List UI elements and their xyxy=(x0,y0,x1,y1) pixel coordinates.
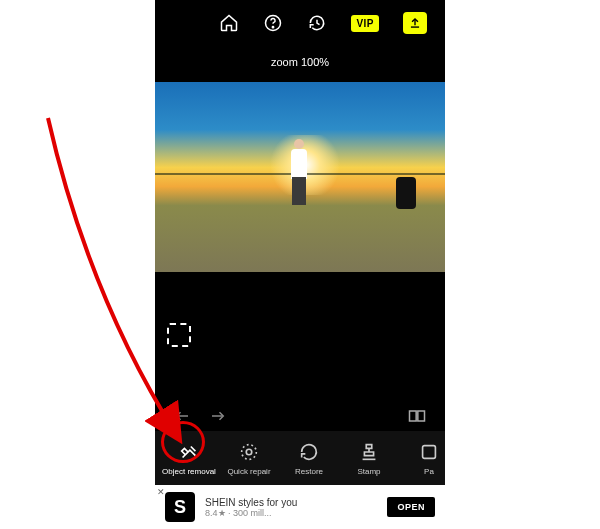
ad-banner[interactable]: ✕ S SHEIN styles for you 8.4★ · 300 mill… xyxy=(155,485,445,529)
history-bar xyxy=(155,401,445,431)
compare-icon[interactable] xyxy=(407,406,427,426)
export-button[interactable] xyxy=(403,12,427,34)
top-toolbar: VIP xyxy=(155,0,445,46)
help-icon[interactable] xyxy=(263,13,283,33)
undo-icon[interactable] xyxy=(173,407,191,425)
tool-label: Quick repair xyxy=(227,467,270,476)
photo-canvas[interactable] xyxy=(155,82,445,272)
ad-logo: S xyxy=(165,492,195,522)
vip-badge[interactable]: VIP xyxy=(351,15,379,32)
tool-label: Object removal xyxy=(162,467,216,476)
app-screen: VIP zoom 100% Object removal xyxy=(155,0,445,529)
tool-label: Stamp xyxy=(357,467,380,476)
tool-stamp[interactable]: Stamp xyxy=(341,441,397,476)
tool-quick-repair[interactable]: Quick repair xyxy=(221,441,277,476)
tool-label: Restore xyxy=(295,467,323,476)
svg-point-5 xyxy=(242,444,257,459)
selection-frame-icon[interactable] xyxy=(167,323,191,347)
canvas-extra-area xyxy=(155,272,445,401)
photo-subject-photographer xyxy=(396,177,422,217)
svg-point-4 xyxy=(246,449,252,455)
svg-point-1 xyxy=(273,27,274,28)
ad-text-block: SHEIN styles for you 8.4★ · 300 mill... xyxy=(205,497,377,518)
zoom-indicator: zoom 100% xyxy=(155,46,445,82)
tool-partial[interactable]: Pa xyxy=(401,441,457,476)
ad-subtitle: 8.4★ · 300 mill... xyxy=(205,508,377,518)
svg-rect-3 xyxy=(418,411,425,421)
tool-object-removal[interactable]: Object removal xyxy=(161,441,217,476)
ad-title: SHEIN styles for you xyxy=(205,497,377,508)
history-icon[interactable] xyxy=(307,13,327,33)
tool-restore[interactable]: Restore xyxy=(281,441,337,476)
svg-rect-2 xyxy=(410,411,417,421)
tool-label: Pa xyxy=(424,467,434,476)
bottom-tool-bar: Object removal Quick repair Restore Stam… xyxy=(155,431,445,485)
svg-rect-6 xyxy=(423,445,436,458)
ad-close-icon[interactable]: ✕ xyxy=(157,487,169,499)
redo-icon[interactable] xyxy=(209,407,227,425)
home-icon[interactable] xyxy=(219,13,239,33)
ad-open-button[interactable]: OPEN xyxy=(387,497,435,517)
photo-subject-girl xyxy=(288,139,310,205)
